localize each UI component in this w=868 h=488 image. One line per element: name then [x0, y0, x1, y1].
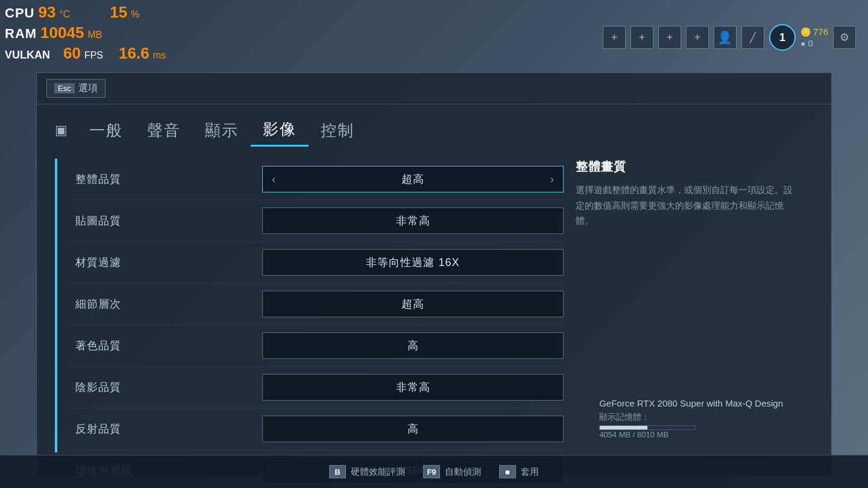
setting-row-lod: 細節層次 超高	[69, 284, 564, 325]
setting-value-texture-quality: 非常高	[396, 214, 430, 228]
settings-gear-button[interactable]: ⚙	[833, 26, 856, 49]
auto-detect-key: F9	[423, 465, 440, 478]
setting-label-lod: 細節層次	[69, 297, 262, 311]
nav-add-btn-2[interactable]: +	[631, 26, 653, 49]
tab-controls[interactable]: 控制	[309, 115, 366, 146]
hud-overlay: CPU 93 °C 15 % RAM 10045 MB VULKAN 60 FP…	[0, 0, 171, 66]
setting-row-shadow-quality: 陰影品質 非常高	[69, 367, 564, 408]
setting-row-overall-quality: 整體品質 ‹ 超高 ›	[69, 159, 564, 200]
bottom-bar: B 硬體效能評測 F9 自動偵測 ■ 套用	[0, 455, 868, 488]
setting-value-lod: 超高	[401, 297, 424, 311]
benchmark-label: 硬體效能評測	[351, 466, 405, 478]
fps-unit: FPS	[84, 49, 103, 62]
info-text: 選擇遊戲整體的畫質水準，或個別自訂每一項設定。設定的數值高則需要更強大的影像處理…	[576, 182, 801, 229]
apply-label: 套用	[521, 466, 539, 478]
tab-display[interactable]: 顯示	[193, 115, 251, 146]
info-title: 整體畫質	[576, 159, 801, 175]
setting-label-shading-quality: 著色品質	[69, 338, 262, 353]
nav-profile-btn[interactable]: 👤	[714, 26, 737, 49]
currency2-value: 0	[808, 38, 813, 48]
nav-add-btn-1[interactable]: +	[603, 26, 626, 49]
left-accent-line	[55, 159, 57, 452]
ram-unit: MB	[87, 29, 102, 42]
benchmark-button[interactable]: B 硬體效能評測	[329, 465, 405, 478]
vram-bar-fill	[600, 426, 647, 429]
currency1-value: 776	[813, 27, 828, 37]
setting-value-shadow-quality: 非常高	[396, 380, 430, 395]
settings-list: 整體品質 ‹ 超高 › 貼圖品質 非常高 材質過濾 非等向性過濾 16X	[69, 159, 564, 452]
ram-label: RAM	[5, 25, 37, 43]
currency-display: 🪙 776 ● 0	[800, 27, 828, 48]
tab-general[interactable]: 一般	[77, 115, 135, 146]
ram-value: 10045	[40, 23, 84, 43]
cpu-percent: 15	[110, 2, 127, 23]
back-key: Esc	[54, 83, 75, 93]
tab-navigation: ▣ 一般 聲音 顯示 影像 控制	[37, 104, 831, 147]
setting-control-texture-filter[interactable]: 非等向性過濾 16X	[262, 249, 564, 276]
vram-numbers: 4054 MB / 8010 MB	[599, 430, 783, 439]
nav-slash-btn[interactable]: ╱	[741, 26, 764, 49]
apply-key: ■	[499, 465, 516, 478]
vram-label: 顯示記憶體：	[599, 412, 783, 423]
setting-control-shading-quality[interactable]: 高	[262, 332, 564, 359]
nav-add-btn-4[interactable]: +	[686, 26, 709, 49]
currency1-icon: 🪙	[800, 27, 811, 37]
arrow-left-overall[interactable]: ‹	[263, 166, 285, 192]
setting-value-shading-quality: 高	[407, 338, 419, 353]
setting-label-shadow-quality: 陰影品質	[69, 380, 262, 395]
setting-label-reflection-quality: 反射品質	[69, 422, 262, 436]
top-right-controls: + + + + 👤 ╱ 1 🪙 776 ● 0 ⚙	[603, 24, 856, 51]
gpu-info: GeForce RTX 2080 Super with Max-Q Design…	[599, 398, 783, 439]
apply-button[interactable]: ■ 套用	[499, 465, 539, 478]
benchmark-key: B	[329, 465, 346, 478]
fps-value: 60	[63, 43, 81, 64]
ms-value: 16.6	[119, 43, 149, 64]
setting-control-shadow-quality[interactable]: 非常高	[262, 374, 564, 401]
cpu-value: 93	[38, 2, 55, 23]
cpu-label: CPU	[5, 5, 34, 22]
setting-value-overall-quality: 超高	[401, 172, 424, 186]
setting-control-overall-quality[interactable]: ‹ 超高 ›	[262, 166, 564, 192]
back-label: 選項	[78, 82, 98, 95]
setting-row-texture-quality: 貼圖品質 非常高	[69, 200, 564, 242]
setting-row-reflection-quality: 反射品質 高	[69, 408, 564, 450]
currency2-icon: ●	[800, 39, 805, 48]
tab-video[interactable]: 影像	[251, 114, 309, 147]
arrow-right-overall[interactable]: ›	[541, 166, 563, 192]
cpu-unit: °C	[59, 8, 70, 21]
back-button[interactable]: Esc 選項	[46, 79, 105, 98]
cpu-percent-unit: %	[131, 8, 139, 21]
setting-control-lod[interactable]: 超高	[262, 291, 564, 317]
setting-value-reflection-quality: 高	[407, 422, 419, 436]
auto-detect-button[interactable]: F9 自動偵測	[423, 465, 481, 478]
options-panel: Esc 選項 ▣ 一般 聲音 顯示 影像 控制 整體品質	[36, 72, 832, 476]
ms-unit: ms	[153, 49, 166, 62]
setting-label-texture-quality: 貼圖品質	[69, 214, 262, 228]
auto-detect-label: 自動偵測	[445, 466, 481, 478]
setting-row-shading-quality: 著色品質 高	[69, 325, 564, 367]
vram-bar-container	[599, 425, 783, 430]
setting-label-overall-quality: 整體品質	[69, 172, 262, 186]
gpu-name: GeForce RTX 2080 Super with Max-Q Design	[599, 398, 783, 408]
setting-row-texture-filter: 材質過濾 非等向性過濾 16X	[69, 242, 564, 284]
setting-label-texture-filter: 材質過濾	[69, 255, 262, 270]
vram-bar	[599, 425, 696, 430]
settings-icon: ▣	[55, 122, 68, 138]
setting-control-texture-quality[interactable]: 非常高	[262, 208, 564, 234]
options-header: Esc 選項	[37, 73, 831, 104]
setting-control-reflection-quality[interactable]: 高	[262, 416, 564, 442]
vulkan-label: VULKAN	[5, 48, 50, 62]
tab-audio[interactable]: 聲音	[135, 115, 193, 146]
setting-value-texture-filter: 非等向性過濾 16X	[366, 255, 459, 270]
nav-add-btn-3[interactable]: +	[658, 26, 681, 49]
player-level-badge: 1	[769, 24, 796, 51]
